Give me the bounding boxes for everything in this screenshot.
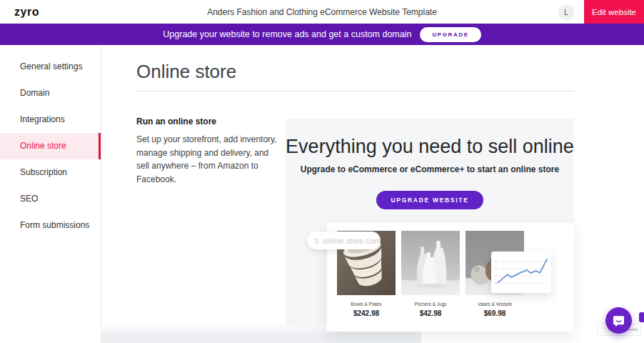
- header-actions: L Edit website: [558, 0, 644, 24]
- store-url-text: online.store.com: [323, 237, 381, 245]
- section-heading: Run an online store: [136, 116, 281, 126]
- upgrade-banner: Upgrade your website to remove ads and g…: [0, 24, 644, 45]
- sidebar-item-seo[interactable]: SEO: [0, 186, 101, 212]
- chat-edge-tab[interactable]: [639, 312, 644, 322]
- site-template-title: Anders Fashion and Clothing eCommerce We…: [86, 7, 558, 17]
- top-header: zyro Anders Fashion and Clothing eCommer…: [0, 0, 644, 24]
- user-avatar[interactable]: L: [558, 4, 574, 20]
- sidebar-item-domain[interactable]: Domain: [0, 80, 101, 106]
- sidebar-item-online-store[interactable]: Online store: [0, 133, 101, 159]
- app-window: zyro Anders Fashion and Clothing eCommer…: [0, 0, 644, 343]
- promo-subheading: Upgrade to eCommerce or eCommerce+ to st…: [286, 164, 574, 174]
- product-name: Pitchers & Jugs: [401, 302, 460, 307]
- zyro-logo[interactable]: zyro: [0, 6, 86, 19]
- pitchers-product-image: [401, 231, 460, 295]
- product-card-pitchers: Pitchers & Jugs $42.98: [401, 231, 460, 317]
- chat-bubble-icon: [612, 314, 625, 327]
- sidebar-item-general-settings[interactable]: General settings: [0, 54, 101, 80]
- sales-line-chart: [491, 252, 551, 293]
- edit-website-button[interactable]: Edit website: [584, 0, 644, 24]
- product-price: $242.98: [337, 309, 396, 317]
- section-text: Set up your storefront, add inventory, m…: [136, 133, 281, 186]
- product-name: Bowls & Plates: [337, 302, 396, 307]
- product-price: $42.98: [401, 309, 460, 317]
- chart-line: [498, 259, 547, 282]
- cart-icon: [313, 237, 319, 245]
- chat-button[interactable]: [605, 307, 632, 334]
- sales-chart-card: [491, 252, 551, 293]
- settings-sidebar: General settings Domain Integrations Onl…: [0, 45, 101, 343]
- sidebar-item-form-submissions[interactable]: Form submissions: [0, 212, 101, 239]
- sidebar-item-integrations[interactable]: Integrations: [0, 106, 101, 133]
- product-price: $69.98: [466, 309, 524, 317]
- page-title: Online store: [136, 61, 236, 83]
- product-name: Vases & Vessels: [466, 302, 524, 307]
- banner-text: Upgrade your website to remove ads and g…: [163, 29, 411, 39]
- store-url-pill: online.store.com: [307, 232, 381, 249]
- banner-upgrade-button[interactable]: UPGRADE: [420, 27, 481, 42]
- upgrade-website-button[interactable]: UPGRADE WEBSITE: [376, 191, 483, 209]
- title-divider: [136, 91, 574, 91]
- promo-heading: Everything you need to sell online: [286, 136, 574, 158]
- section-description: Run an online store Set up your storefro…: [136, 116, 281, 186]
- sidebar-item-subscription[interactable]: Subscription: [0, 159, 101, 186]
